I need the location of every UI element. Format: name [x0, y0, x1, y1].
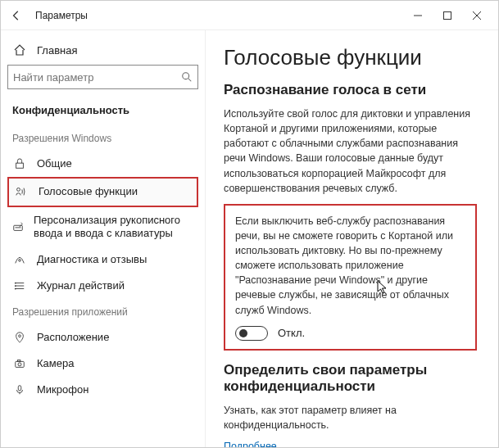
sidebar: Главная Конфиденциальность Разрешения Wi…	[1, 30, 206, 447]
location-icon	[12, 332, 27, 343]
window-title: Параметры	[35, 10, 403, 21]
svg-point-16	[15, 288, 16, 290]
sidebar-item-history[interactable]: Журнал действий	[7, 273, 198, 299]
svg-rect-18	[16, 361, 25, 367]
sidebar-item-label: Диагностика и отзывы	[37, 253, 147, 266]
online-speech-toggle[interactable]	[235, 326, 268, 341]
sidebar-item-label: Камера	[37, 357, 74, 370]
svg-point-19	[18, 363, 21, 366]
sidebar-item-diagnostics[interactable]: Диагностика и отзывы	[7, 247, 198, 273]
page-title: Голосовые функции	[224, 45, 477, 70]
maximize-button[interactable]	[433, 4, 462, 27]
svg-rect-6	[16, 163, 24, 168]
svg-point-7	[17, 188, 20, 192]
svg-point-10	[19, 260, 21, 262]
sidebar-item-ink[interactable]: Персонализация рукописного ввода и ввода…	[7, 207, 198, 247]
sidebar-item-label: Голосовые функции	[39, 185, 138, 198]
sidebar-item-label: Общие	[37, 157, 72, 170]
svg-point-14	[15, 283, 16, 284]
highlight-box: Если выключить веб-службу распознавания …	[224, 204, 477, 351]
microphone-icon	[12, 384, 27, 396]
link-learn-more[interactable]: Подробнее	[224, 441, 477, 447]
sidebar-item-home[interactable]: Главная	[7, 38, 198, 65]
section-heading: Распознавание голоса в сети	[224, 82, 477, 98]
home-icon	[12, 43, 27, 57]
section-heading: Определить свои параметры конфиденциальн…	[224, 362, 477, 395]
svg-point-4	[183, 73, 189, 79]
search-input[interactable]	[13, 71, 181, 84]
back-button[interactable]	[7, 10, 25, 21]
svg-rect-21	[18, 386, 21, 391]
sidebar-item-general[interactable]: Общие	[7, 151, 198, 177]
minimize-button[interactable]	[403, 4, 433, 27]
group-label: Разрешения Windows	[7, 126, 198, 151]
sidebar-item-label: Персонализация рукописного ввода и ввода…	[34, 214, 193, 241]
toggle-state-label: Откл.	[278, 327, 305, 339]
ink-icon	[12, 221, 24, 233]
minimize-icon	[414, 11, 422, 20]
body-text: Узнать, как этот параметр влияет на конф…	[224, 403, 477, 432]
arrow-left-icon	[11, 10, 22, 21]
voice-icon	[14, 186, 29, 197]
sidebar-item-label: Микрофон	[37, 383, 88, 396]
sidebar-item-voice[interactable]: Голосовые функции	[7, 177, 198, 206]
content-pane: Голосовые функции Распознавание голоса в…	[206, 30, 498, 447]
body-text: Если выключить веб-службу распознавания …	[235, 214, 465, 318]
diagnostics-icon	[12, 254, 27, 265]
sidebar-item-location[interactable]: Расположение	[7, 324, 198, 351]
group-label: Разрешения приложений	[7, 300, 198, 324]
search-icon	[181, 71, 193, 83]
close-icon	[473, 11, 481, 20]
close-button[interactable]	[462, 4, 492, 27]
sidebar-item-label: Журнал действий	[37, 279, 125, 292]
camera-icon	[12, 358, 27, 369]
maximize-icon	[443, 11, 451, 20]
sidebar-item-camera[interactable]: Камера	[7, 351, 198, 377]
svg-rect-1	[444, 11, 451, 19]
sidebar-item-label: Расположение	[37, 331, 109, 344]
svg-line-5	[188, 79, 192, 82]
svg-point-15	[15, 286, 16, 287]
sidebar-item-microphone[interactable]: Микрофон	[7, 377, 198, 403]
lock-icon	[12, 158, 27, 170]
toggle-knob	[239, 329, 247, 337]
svg-point-17	[19, 334, 21, 337]
svg-rect-20	[17, 360, 20, 362]
sidebar-item-label: Главная	[37, 44, 77, 57]
body-text: Используйте свой голос для диктовки и уп…	[224, 106, 477, 196]
sidebar-section-title: Конфиденциальность	[7, 101, 198, 126]
search-box[interactable]	[7, 65, 198, 89]
history-icon	[12, 280, 27, 292]
